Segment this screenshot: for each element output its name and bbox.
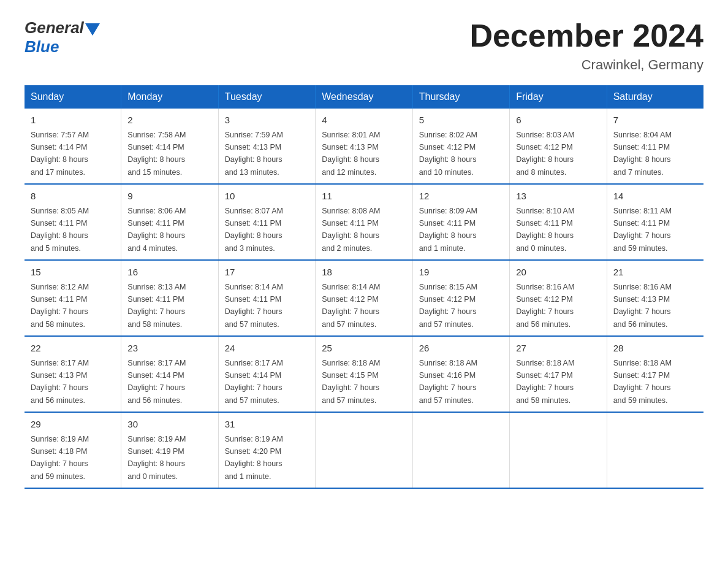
week-row-2: 8Sunrise: 8:05 AM Sunset: 4:11 PM Daylig… — [25, 184, 703, 260]
calendar-cell: 31Sunrise: 8:19 AM Sunset: 4:20 PM Dayli… — [218, 412, 315, 488]
calendar-cell: 11Sunrise: 8:08 AM Sunset: 4:11 PM Dayli… — [316, 184, 412, 260]
day-number: 29 — [31, 418, 115, 432]
day-number: 27 — [516, 342, 600, 356]
day-info: Sunrise: 8:17 AM Sunset: 4:14 PM Dayligh… — [225, 359, 283, 405]
day-info: Sunrise: 8:08 AM Sunset: 4:11 PM Dayligh… — [322, 207, 380, 253]
week-row-3: 15Sunrise: 8:12 AM Sunset: 4:11 PM Dayli… — [25, 260, 703, 336]
day-number: 1 — [31, 113, 115, 128]
day-info: Sunrise: 8:04 AM Sunset: 4:11 PM Dayligh… — [613, 131, 672, 177]
day-number: 9 — [127, 190, 211, 204]
day-number: 26 — [419, 342, 503, 356]
calendar-cell: 2Sunrise: 7:58 AM Sunset: 4:14 PM Daylig… — [121, 109, 218, 184]
logo: General Blue — [25, 18, 100, 56]
day-number: 14 — [613, 190, 697, 204]
header-day-sunday: Sunday — [25, 85, 121, 109]
day-number: 12 — [419, 190, 503, 204]
calendar-cell — [510, 412, 607, 488]
day-info: Sunrise: 8:18 AM Sunset: 4:17 PM Dayligh… — [613, 359, 672, 405]
calendar-cell: 23Sunrise: 8:17 AM Sunset: 4:14 PM Dayli… — [121, 336, 218, 412]
day-info: Sunrise: 7:58 AM Sunset: 4:14 PM Dayligh… — [127, 131, 186, 177]
day-info: Sunrise: 8:14 AM Sunset: 4:12 PM Dayligh… — [322, 283, 380, 329]
day-info: Sunrise: 8:18 AM Sunset: 4:16 PM Dayligh… — [419, 359, 477, 405]
calendar-cell: 17Sunrise: 8:14 AM Sunset: 4:11 PM Dayli… — [218, 260, 315, 336]
day-number: 13 — [516, 190, 600, 204]
calendar-cell: 15Sunrise: 8:12 AM Sunset: 4:11 PM Dayli… — [25, 260, 121, 336]
day-number: 16 — [127, 266, 211, 280]
day-info: Sunrise: 7:57 AM Sunset: 4:14 PM Dayligh… — [31, 131, 89, 177]
calendar-cell: 14Sunrise: 8:11 AM Sunset: 4:11 PM Dayli… — [607, 184, 703, 260]
calendar-cell: 19Sunrise: 8:15 AM Sunset: 4:12 PM Dayli… — [412, 260, 509, 336]
day-number: 31 — [225, 418, 309, 432]
logo-line1: General — [25, 18, 100, 37]
subtitle: Crawinkel, Germany — [469, 57, 703, 73]
calendar-cell — [607, 412, 703, 488]
day-number: 25 — [322, 342, 406, 356]
calendar-cell: 5Sunrise: 8:02 AM Sunset: 4:12 PM Daylig… — [412, 109, 509, 184]
day-info: Sunrise: 8:06 AM Sunset: 4:11 PM Dayligh… — [127, 207, 186, 253]
week-row-5: 29Sunrise: 8:19 AM Sunset: 4:18 PM Dayli… — [25, 412, 703, 488]
day-info: Sunrise: 8:18 AM Sunset: 4:17 PM Dayligh… — [516, 359, 574, 405]
logo-triangle-icon — [85, 23, 100, 36]
day-number: 18 — [322, 266, 406, 280]
calendar-cell: 8Sunrise: 8:05 AM Sunset: 4:11 PM Daylig… — [25, 184, 121, 260]
header-day-tuesday: Tuesday — [218, 85, 315, 109]
week-row-1: 1Sunrise: 7:57 AM Sunset: 4:14 PM Daylig… — [25, 109, 703, 184]
day-info: Sunrise: 8:17 AM Sunset: 4:13 PM Dayligh… — [31, 359, 89, 405]
calendar-cell — [412, 412, 509, 488]
calendar-cell: 28Sunrise: 8:18 AM Sunset: 4:17 PM Dayli… — [607, 336, 703, 412]
day-number: 20 — [516, 266, 600, 280]
day-info: Sunrise: 8:14 AM Sunset: 4:11 PM Dayligh… — [225, 283, 283, 329]
logo-wrapper: General Blue — [25, 18, 100, 56]
header-day-wednesday: Wednesday — [316, 85, 412, 109]
day-info: Sunrise: 8:15 AM Sunset: 4:12 PM Dayligh… — [419, 283, 477, 329]
day-info: Sunrise: 8:01 AM Sunset: 4:13 PM Dayligh… — [322, 131, 380, 177]
day-number: 5 — [419, 113, 503, 128]
day-info: Sunrise: 8:09 AM Sunset: 4:11 PM Dayligh… — [419, 207, 477, 253]
day-info: Sunrise: 8:11 AM Sunset: 4:11 PM Dayligh… — [613, 207, 672, 253]
calendar-cell: 26Sunrise: 8:18 AM Sunset: 4:16 PM Dayli… — [412, 336, 509, 412]
day-number: 15 — [31, 266, 115, 280]
day-info: Sunrise: 8:02 AM Sunset: 4:12 PM Dayligh… — [419, 131, 477, 177]
calendar-cell — [316, 412, 412, 488]
calendar-cell: 27Sunrise: 8:18 AM Sunset: 4:17 PM Dayli… — [510, 336, 607, 412]
day-number: 30 — [127, 418, 211, 432]
day-number: 24 — [225, 342, 309, 356]
calendar-cell: 4Sunrise: 8:01 AM Sunset: 4:13 PM Daylig… — [316, 109, 412, 184]
day-number: 6 — [516, 113, 600, 128]
calendar-cell: 25Sunrise: 8:18 AM Sunset: 4:15 PM Dayli… — [316, 336, 412, 412]
day-number: 28 — [613, 342, 697, 356]
week-row-4: 22Sunrise: 8:17 AM Sunset: 4:13 PM Dayli… — [25, 336, 703, 412]
logo-line2: Blue — [25, 37, 100, 56]
page-title: December 2024 — [469, 18, 703, 53]
day-number: 8 — [31, 190, 115, 204]
day-number: 4 — [322, 113, 406, 128]
day-number: 23 — [127, 342, 211, 356]
calendar-cell: 29Sunrise: 8:19 AM Sunset: 4:18 PM Dayli… — [25, 412, 121, 488]
day-info: Sunrise: 7:59 AM Sunset: 4:13 PM Dayligh… — [225, 131, 283, 177]
calendar-cell: 7Sunrise: 8:04 AM Sunset: 4:11 PM Daylig… — [607, 109, 703, 184]
title-section: December 2024 Crawinkel, Germany — [469, 18, 703, 73]
day-number: 2 — [127, 113, 211, 128]
day-info: Sunrise: 8:19 AM Sunset: 4:20 PM Dayligh… — [225, 435, 283, 481]
day-info: Sunrise: 8:16 AM Sunset: 4:13 PM Dayligh… — [613, 283, 672, 329]
header-day-monday: Monday — [121, 85, 218, 109]
calendar-cell: 16Sunrise: 8:13 AM Sunset: 4:11 PM Dayli… — [121, 260, 218, 336]
day-number: 19 — [419, 266, 503, 280]
day-info: Sunrise: 8:12 AM Sunset: 4:11 PM Dayligh… — [31, 283, 89, 329]
logo-general-text: General — [25, 18, 84, 37]
calendar-cell: 13Sunrise: 8:10 AM Sunset: 4:11 PM Dayli… — [510, 184, 607, 260]
day-info: Sunrise: 8:03 AM Sunset: 4:12 PM Dayligh… — [516, 131, 574, 177]
calendar-cell: 9Sunrise: 8:06 AM Sunset: 4:11 PM Daylig… — [121, 184, 218, 260]
day-number: 3 — [225, 113, 309, 128]
header-day-thursday: Thursday — [412, 85, 509, 109]
calendar-cell: 20Sunrise: 8:16 AM Sunset: 4:12 PM Dayli… — [510, 260, 607, 336]
page-header: General Blue December 2024 Crawinkel, Ge… — [25, 18, 703, 73]
day-number: 11 — [322, 190, 406, 204]
day-info: Sunrise: 8:19 AM Sunset: 4:18 PM Dayligh… — [31, 435, 89, 481]
header-row: SundayMondayTuesdayWednesdayThursdayFrid… — [25, 85, 703, 109]
day-number: 10 — [225, 190, 309, 204]
day-info: Sunrise: 8:18 AM Sunset: 4:15 PM Dayligh… — [322, 359, 380, 405]
calendar-body: 1Sunrise: 7:57 AM Sunset: 4:14 PM Daylig… — [25, 109, 703, 488]
calendar-cell: 12Sunrise: 8:09 AM Sunset: 4:11 PM Dayli… — [412, 184, 509, 260]
calendar-cell: 30Sunrise: 8:19 AM Sunset: 4:19 PM Dayli… — [121, 412, 218, 488]
